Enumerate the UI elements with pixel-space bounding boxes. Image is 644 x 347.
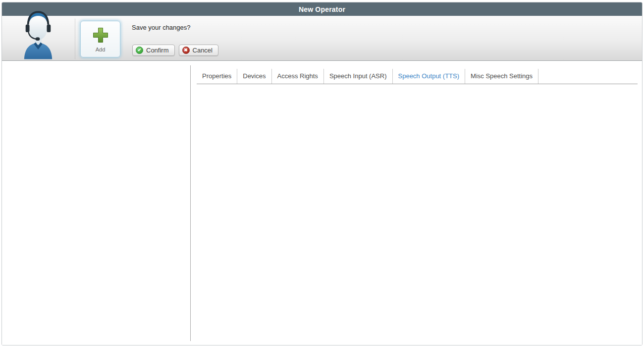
cancel-button[interactable]: ✖ Cancel — [179, 45, 218, 56]
operator-headset-icon — [21, 7, 55, 59]
tab-row: Properties Devices Access Rights Speech … — [197, 69, 638, 84]
save-prompt-text: Save your changes? — [132, 24, 191, 31]
tab-bar: Properties Devices Access Rights Speech … — [197, 69, 638, 84]
window-title: New Operator — [299, 5, 345, 13]
add-button[interactable]: Add — [80, 21, 120, 57]
operator-avatar — [21, 7, 55, 59]
tab-properties[interactable]: Properties — [197, 69, 237, 84]
check-circle-icon: ✔ — [136, 47, 143, 54]
confirm-button[interactable]: ✔ Confirm — [132, 45, 175, 56]
tab-speech-input-asr[interactable]: Speech Input (ASR) — [324, 69, 393, 84]
right-panel: Properties Devices Access Rights Speech … — [191, 61, 642, 345]
app-window: New Operator — [1, 2, 643, 346]
toolbar-buttons: ✔ Confirm ✖ Cancel — [132, 45, 218, 56]
title-bar: New Operator — [2, 2, 642, 16]
toolbar: Add Save your changes? ✔ Confirm ✖ Cance… — [2, 16, 642, 61]
plus-icon — [92, 27, 109, 44]
cancel-button-label: Cancel — [193, 47, 213, 54]
add-button-label: Add — [96, 47, 106, 52]
tab-speech-output-tts[interactable]: Speech Output (TTS) — [393, 69, 466, 84]
x-circle-icon: ✖ — [182, 47, 190, 54]
tab-devices[interactable]: Devices — [237, 69, 271, 84]
content-area: Properties Devices Access Rights Speech … — [2, 61, 642, 345]
left-panel — [2, 61, 190, 345]
tab-access-rights[interactable]: Access Rights — [272, 69, 324, 84]
tab-underline — [197, 84, 638, 84]
toolbar-separator — [75, 19, 75, 59]
confirm-button-label: Confirm — [146, 47, 169, 54]
tab-misc-speech-settings[interactable]: Misc Speech Settings — [465, 69, 538, 84]
